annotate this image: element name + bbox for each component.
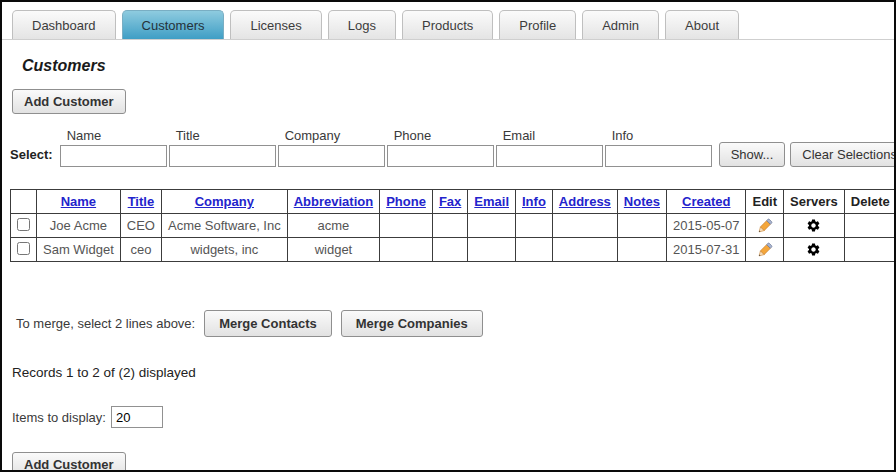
table-row: Sam Widget ceo widgets, inc widget 2015-… <box>11 238 896 262</box>
merge-row: To merge, select 2 lines above: Merge Co… <box>16 310 894 337</box>
sort-company-link[interactable]: Company <box>195 194 254 209</box>
customers-page: Dashboard Customers Licenses Logs Produc… <box>0 0 896 472</box>
edit-row-button[interactable] <box>746 214 784 238</box>
clear-selections-button[interactable]: Clear Selections <box>790 142 896 167</box>
sort-fax-link[interactable]: Fax <box>439 194 461 209</box>
show-button[interactable]: Show... <box>719 142 786 167</box>
select-column-header <box>11 190 37 214</box>
filter-name-label: Name <box>60 128 167 143</box>
servers-row-button[interactable] <box>784 214 845 238</box>
filter-info-label: Info <box>605 128 712 143</box>
filter-field-email: Email <box>496 128 603 167</box>
column-header-email: Email <box>468 190 516 214</box>
table-header-row: Name Title Company Abbreviation Phone Fa… <box>11 190 896 214</box>
tab-profile[interactable]: Profile <box>499 10 576 39</box>
row-checkbox[interactable] <box>17 242 30 255</box>
filter-field-title: Title <box>169 128 276 167</box>
filter-field-phone: Phone <box>387 128 494 167</box>
add-customer-button-bottom[interactable]: Add Customer <box>12 452 126 472</box>
column-header-delete: Delete <box>844 190 896 214</box>
cell-phone <box>380 238 433 262</box>
cell-notes <box>617 238 666 262</box>
cell-abbreviation: acme <box>287 214 379 238</box>
column-header-servers: Servers <box>784 190 845 214</box>
cell-email <box>468 214 516 238</box>
filter-phone-input[interactable] <box>387 145 494 167</box>
edit-row-button[interactable] <box>746 238 784 262</box>
tab-licenses[interactable]: Licenses <box>230 10 321 39</box>
sort-notes-link[interactable]: Notes <box>624 194 660 209</box>
items-to-display-row: Items to display: <box>12 406 894 428</box>
servers-row-button[interactable] <box>784 238 845 262</box>
filter-email-input[interactable] <box>496 145 603 167</box>
cell-email <box>468 238 516 262</box>
sort-email-link[interactable]: Email <box>474 194 509 209</box>
cell-title: ceo <box>120 238 161 262</box>
sort-abbreviation-link[interactable]: Abbreviation <box>294 194 373 209</box>
tab-dashboard[interactable]: Dashboard <box>12 10 116 39</box>
filter-field-info: Info <box>605 128 712 167</box>
add-customer-button-top[interactable]: Add Customer <box>12 89 126 114</box>
filter-title-label: Title <box>169 128 276 143</box>
column-header-abbreviation: Abbreviation <box>287 190 379 214</box>
cell-title: CEO <box>120 214 161 238</box>
sort-title-link[interactable]: Title <box>128 194 155 209</box>
sort-phone-link[interactable]: Phone <box>386 194 426 209</box>
cell-info <box>516 214 553 238</box>
cell-delete <box>844 214 896 238</box>
cell-company: widgets, inc <box>161 238 287 262</box>
items-to-display-label: Items to display: <box>12 410 106 425</box>
column-header-edit: Edit <box>746 190 784 214</box>
tab-products[interactable]: Products <box>402 10 493 39</box>
merge-hint: To merge, select 2 lines above: <box>16 316 195 331</box>
cell-delete <box>844 238 896 262</box>
tab-bar: Dashboard Customers Licenses Logs Produc… <box>2 2 894 40</box>
column-header-title: Title <box>120 190 161 214</box>
column-header-phone: Phone <box>380 190 433 214</box>
tab-logs[interactable]: Logs <box>328 10 396 39</box>
filter-name-input[interactable] <box>60 145 167 167</box>
filter-bar: Select: Name Title Company Phone Email I… <box>10 128 894 167</box>
column-header-name: Name <box>37 190 121 214</box>
tab-customers[interactable]: Customers <box>122 10 225 39</box>
tab-about[interactable]: About <box>665 10 739 39</box>
cell-created: 2015-07-31 <box>666 238 746 262</box>
column-header-company: Company <box>161 190 287 214</box>
row-checkbox[interactable] <box>17 218 30 231</box>
sort-created-link[interactable]: Created <box>682 194 730 209</box>
sort-info-link[interactable]: Info <box>522 194 546 209</box>
column-header-info: Info <box>516 190 553 214</box>
merge-companies-button[interactable]: Merge Companies <box>341 310 483 337</box>
table-row: Joe Acme CEO Acme Software, Inc acme 201… <box>11 214 896 238</box>
pencil-icon <box>752 242 777 258</box>
select-label: Select: <box>10 147 60 167</box>
column-header-created: Created <box>666 190 746 214</box>
records-status: Records 1 to 2 of (2) displayed <box>12 365 894 380</box>
filter-phone-label: Phone <box>387 128 494 143</box>
merge-contacts-button[interactable]: Merge Contacts <box>204 310 332 337</box>
filter-title-input[interactable] <box>169 145 276 167</box>
filter-company-label: Company <box>278 128 385 143</box>
cell-abbreviation: widget <box>287 238 379 262</box>
sort-address-link[interactable]: Address <box>559 194 611 209</box>
customers-table: Name Title Company Abbreviation Phone Fa… <box>10 189 896 262</box>
sort-name-link[interactable]: Name <box>61 194 96 209</box>
cell-name: Sam Widget <box>37 238 121 262</box>
column-header-notes: Notes <box>617 190 666 214</box>
cell-fax <box>432 214 467 238</box>
cell-info <box>516 238 553 262</box>
gear-icon <box>790 242 838 257</box>
gear-icon <box>790 218 838 233</box>
filter-email-label: Email <box>496 128 603 143</box>
column-header-address: Address <box>552 190 617 214</box>
cell-name: Joe Acme <box>37 214 121 238</box>
cell-address <box>552 214 617 238</box>
filter-company-input[interactable] <box>278 145 385 167</box>
cell-created: 2015-05-07 <box>666 214 746 238</box>
page-title: Customers <box>22 57 894 75</box>
cell-notes <box>617 214 666 238</box>
filter-info-input[interactable] <box>605 145 712 167</box>
cell-fax <box>432 238 467 262</box>
tab-admin[interactable]: Admin <box>582 10 659 39</box>
items-to-display-input[interactable] <box>111 406 163 428</box>
